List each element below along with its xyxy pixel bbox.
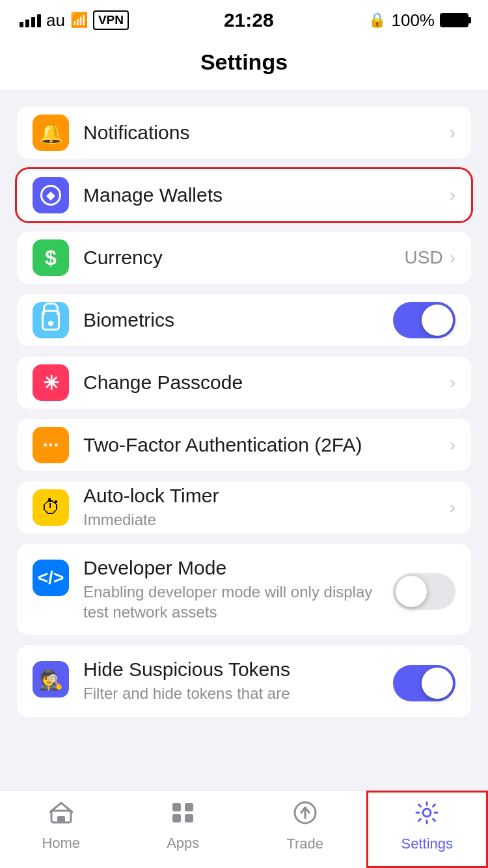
toggle-thumb bbox=[396, 576, 427, 607]
lock-icon: 🔒 bbox=[368, 12, 386, 29]
currency-label: Currency bbox=[83, 247, 397, 269]
svg-rect-1 bbox=[57, 816, 65, 822]
battery-percent: 100% bbox=[391, 10, 435, 31]
settings-label: Settings bbox=[401, 835, 454, 852]
chevron-icon: › bbox=[450, 122, 455, 143]
chevron-icon: › bbox=[450, 247, 455, 268]
trade-icon bbox=[293, 801, 317, 830]
home-icon bbox=[49, 802, 73, 830]
lock-bio-icon bbox=[42, 310, 60, 331]
biometrics-icon bbox=[33, 302, 69, 338]
autolock-sublabel: Immediate bbox=[83, 509, 442, 530]
dollar-icon bbox=[45, 246, 57, 270]
carrier-label: au bbox=[46, 10, 65, 31]
developer-toggle[interactable] bbox=[393, 573, 455, 610]
battery-icon bbox=[440, 13, 468, 27]
settings-list: 🔔 Notifications › Manage Wallets › Curre… bbox=[0, 91, 488, 733]
2fa-content: Two-Factor Authentication (2FA) bbox=[83, 434, 442, 456]
settings-item-notifications[interactable]: 🔔 Notifications › bbox=[17, 107, 471, 159]
svg-rect-4 bbox=[172, 814, 181, 822]
bottom-nav: Home Apps Trade bbox=[0, 790, 488, 868]
suspicious-icon: 🕵 bbox=[33, 661, 69, 698]
biometrics-content: Biometrics bbox=[83, 309, 385, 331]
nav-item-apps[interactable]: Apps bbox=[122, 791, 245, 868]
settings-item-developer-mode[interactable]: </> Developer Mode Enabling developer mo… bbox=[17, 544, 471, 635]
developer-right[interactable] bbox=[393, 573, 455, 610]
passcode-icon: ✳ bbox=[33, 364, 69, 401]
2fa-label: Two-Factor Authentication (2FA) bbox=[83, 434, 442, 456]
autolock-right: › bbox=[450, 497, 455, 518]
apps-icon bbox=[171, 802, 195, 830]
nav-item-trade[interactable]: Trade bbox=[244, 791, 366, 868]
svg-point-7 bbox=[423, 809, 431, 817]
status-bar: au 📶 VPN 21:28 🔒 100% bbox=[0, 0, 488, 36]
manage-wallets-right: › bbox=[450, 185, 455, 206]
biometrics-right[interactable] bbox=[393, 302, 455, 338]
developer-icon: </> bbox=[33, 560, 69, 596]
settings-item-currency[interactable]: Currency USD › bbox=[17, 232, 471, 284]
biometrics-label: Biometrics bbox=[83, 309, 385, 331]
svg-rect-5 bbox=[185, 814, 193, 822]
nav-item-home[interactable]: Home bbox=[0, 791, 122, 868]
page-title: Settings bbox=[20, 49, 468, 75]
passcode-label: Change Passcode bbox=[83, 372, 442, 394]
settings-item-2fa[interactable]: ··· Two-Factor Authentication (2FA) › bbox=[17, 419, 471, 471]
suspicious-right[interactable] bbox=[393, 665, 455, 701]
passcode-right: › bbox=[450, 372, 455, 393]
apps-label: Apps bbox=[167, 835, 199, 852]
suspicious-sublabel: Filter and hide tokens that are bbox=[83, 683, 385, 703]
settings-item-manage-wallets[interactable]: Manage Wallets › bbox=[17, 169, 471, 221]
toggle-thumb bbox=[422, 305, 453, 336]
currency-right: USD › bbox=[405, 247, 455, 268]
trade-label: Trade bbox=[286, 835, 323, 852]
autolock-icon: ⏱ bbox=[33, 489, 69, 526]
2fa-right: › bbox=[450, 435, 455, 455]
svg-rect-2 bbox=[172, 803, 181, 811]
wallet-inner-icon bbox=[40, 185, 61, 206]
settings-item-change-passcode[interactable]: ✳ Change Passcode › bbox=[17, 357, 471, 409]
autolock-content: Auto-lock Timer Immediate bbox=[83, 485, 442, 530]
suspicious-label: Hide Suspicious Tokens bbox=[83, 658, 385, 681]
vpn-badge: VPN bbox=[93, 10, 129, 30]
chevron-icon: › bbox=[450, 185, 455, 206]
suspicious-toggle[interactable] bbox=[393, 665, 455, 701]
signal-icon bbox=[20, 13, 41, 27]
wifi-icon: 📶 bbox=[70, 12, 88, 29]
manage-wallets-content: Manage Wallets bbox=[83, 184, 442, 206]
currency-icon bbox=[33, 239, 69, 276]
status-left: au 📶 VPN bbox=[20, 10, 129, 31]
currency-content: Currency bbox=[83, 247, 397, 269]
svg-rect-3 bbox=[185, 803, 193, 811]
notifications-icon: 🔔 bbox=[33, 115, 69, 151]
chevron-icon: › bbox=[450, 372, 455, 393]
notifications-content: Notifications bbox=[83, 122, 442, 144]
settings-item-hide-suspicious[interactable]: 🕵 Hide Suspicious Tokens Filter and hide… bbox=[17, 645, 471, 716]
toggle-thumb bbox=[422, 668, 453, 699]
settings-item-biometrics[interactable]: Biometrics bbox=[17, 294, 471, 346]
notifications-right: › bbox=[450, 122, 455, 143]
developer-sublabel: Enabling developer mode will only displa… bbox=[83, 582, 385, 622]
developer-label: Developer Mode bbox=[83, 557, 385, 579]
status-right: 🔒 100% bbox=[368, 10, 468, 31]
currency-value: USD bbox=[405, 247, 443, 268]
chevron-icon: › bbox=[450, 435, 455, 455]
status-time: 21:28 bbox=[224, 9, 274, 31]
biometrics-toggle[interactable] bbox=[393, 302, 455, 338]
settings-icon bbox=[415, 801, 439, 830]
autolock-label: Auto-lock Timer bbox=[83, 485, 442, 507]
chevron-icon: › bbox=[450, 497, 455, 518]
nav-item-settings[interactable]: Settings bbox=[366, 791, 489, 868]
settings-item-autolock[interactable]: ⏱ Auto-lock Timer Immediate › bbox=[17, 481, 471, 534]
suspicious-content: Hide Suspicious Tokens Filter and hide t… bbox=[83, 658, 385, 703]
2fa-icon: ··· bbox=[33, 427, 69, 463]
notifications-label: Notifications bbox=[83, 122, 442, 144]
passcode-content: Change Passcode bbox=[83, 372, 442, 394]
home-label: Home bbox=[42, 835, 80, 852]
manage-wallets-icon bbox=[33, 177, 69, 213]
manage-wallets-label: Manage Wallets bbox=[83, 184, 442, 206]
page-header: Settings bbox=[0, 36, 488, 91]
developer-content: Developer Mode Enabling developer mode w… bbox=[83, 557, 385, 622]
